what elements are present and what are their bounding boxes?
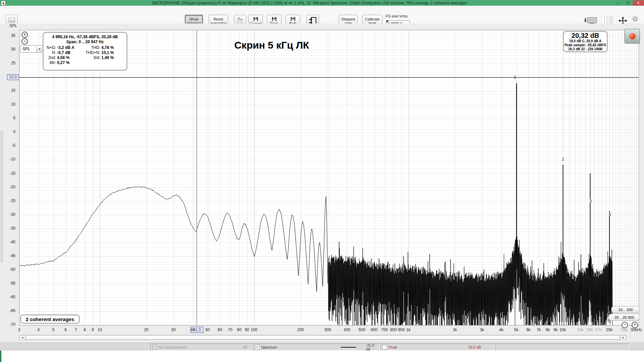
scroll-left-icon[interactable]: ◄ [19,335,25,340]
horizontal-scrollbar[interactable]: ◄ ► [19,335,627,340]
x-tick-label: 4k [499,327,503,332]
x-tick-label: 8 [84,327,86,332]
y-tick-label: 5 [13,116,15,120]
spectrum-line-swatch [341,347,356,348]
level-band: 20,3 dB 22 - 22k UNW [564,47,607,51]
folder-icon [237,17,243,21]
x-tick-label: 10k [559,327,566,332]
y-tick-label: -15 [10,171,15,176]
y-tick-label: 15 [11,88,15,93]
toolbar: Show distortion Reset averaging WAV Curr… [0,6,644,24]
spectrum-value: -31,0 dB [366,343,379,351]
y-tick-label: 30 [11,47,15,52]
x-tick-label: 6 [64,327,67,332]
fs-sine-notch-icon [386,20,389,23]
x-tick-label: 20k [606,327,612,332]
maximize-button[interactable]: ❐ [623,0,633,6]
record-button[interactable] [625,29,640,44]
spectrum-checkbox[interactable]: ✓ [255,345,260,350]
x-tick-label: 80 [237,327,241,332]
app-icon[interactable] [1,1,6,5]
y-tick-label: 35 [11,33,15,38]
harmonic-label-3: 3 [589,199,592,203]
zoom-out-button[interactable]: − [21,38,28,45]
y-tick-label: -5 [12,143,15,148]
y-tick-label: 0 [13,129,15,134]
chevron-down-icon[interactable]: ▼ [36,46,43,52]
no-measurement-unit: dB [243,345,252,349]
x-tick-label: 5 [52,327,55,332]
titlebar: MICROPHONE (Общая громкость) R on Микроф… [0,0,644,6]
y-tick-label: -55 [10,281,15,286]
no-measurement-label: No measurement [159,345,187,349]
x-tick-label: 10 [98,327,102,332]
x-tick-label: 800 [390,327,397,332]
range-button-20-20000[interactable]: 20 .. 20 000 [608,314,640,321]
x-tick-label: 600 [371,327,377,332]
level-readout-box: 20,32 dB 19,0 dB C, 20,9 dB A Peak sampl… [563,31,608,52]
x-tick-label: 17k [595,327,601,332]
level-weighted: 19,0 dB C, 20,9 dB A [564,39,607,43]
x-tick-label: 1k [406,327,411,332]
x-tick-label: 400 [343,327,350,332]
harmonic-label-4: 4 [609,212,611,217]
spectrum-panel: ✓ Spectrum -31,0 dB [253,344,380,351]
x-tick-label: 9k [553,327,558,332]
gear-icon[interactable]: ⚙ [632,15,638,23]
x-tick-label: 2k [453,327,457,332]
span-readout: Span: 0 .. 20 947 Hz [46,40,124,44]
x-tick-label: 900 [398,327,405,332]
y-tick-label: -45 [10,253,15,258]
y-axis: 353025151050-5-10-15-20-25-30-35-40-45-5… [0,23,19,343]
x-tick-label: 30 [171,327,175,332]
x-axis: 42,3 34567891020304050607080901002003004… [0,327,644,334]
cursor-info-box: 4 995,16 Hz, -57,36 dBFS, 20,28 dB Span:… [43,32,127,71]
x-tick-label: 300 [324,327,331,332]
x-tick-label: 70 [228,327,232,332]
close-button[interactable]: ✕ [633,0,644,6]
y-tick-label: -50 [10,267,15,272]
harmonic-label-1: 1 [514,75,516,79]
peak-sample: Peak sample: -55,82 dBFS [564,43,607,47]
cursor-readout: 4 995,16 Hz, -57,36 dBFS, 20,28 dB [46,35,124,39]
x-tick-label: 500 [359,327,365,332]
no-measurement-panel: ✓ No measurement dB [150,344,252,351]
minimize-button[interactable]: — [614,0,623,6]
x-tick-label: 30kHz [631,327,642,332]
x-tick-label: 7 [75,327,77,332]
spl-combobox[interactable]: SPL ▼ [20,45,43,53]
statusbar: ✓ No measurement dB ✓ Spectrum -31,0 dB … [0,343,644,351]
application-window: MICROPHONE (Общая громкость) R on Микроф… [0,0,644,362]
x-tick-label: 8k [546,327,550,332]
x-tick-label: 25k [621,327,627,332]
y-tick-label: 10 [11,102,15,107]
x-tick-label: 60 [218,327,222,332]
spl-combobox-value: SPL [20,47,36,51]
peak-checkbox[interactable] [382,345,387,350]
floppy-icon [291,17,295,21]
spectrum-label: Spectrum [261,345,277,349]
spectrum-plot[interactable]: 1234 + − [19,30,639,325]
x-tick-label: 700 [381,327,388,332]
zoom-in-button[interactable]: + [21,32,28,38]
range-button-10-200[interactable]: 10 .. 200 [611,306,640,313]
no-measurement-checkbox[interactable]: ✓ [152,345,157,350]
y-cursor-label: 20,0 [7,74,18,80]
spectrum-chart: 1234 [19,30,639,325]
plot-title: Скрин 5 кГц ЛК [228,40,315,51]
scroll-right-icon[interactable]: ► [620,335,626,340]
picture-icon [8,17,15,23]
floppy-icon [272,17,276,21]
record-icon [630,34,635,39]
y-tick-label: -20 [10,185,15,189]
x-tick-label: 6k [526,327,531,332]
scrollbar-thumb[interactable] [26,335,620,340]
workspace: SPL 1234 + − SPL ▼ 4 995,16 Hz, -57,36 d… [0,23,644,343]
y-tick-label: 25 [11,61,15,65]
y-tick-label: -35 [10,226,15,231]
window-title: MICROPHONE (Общая громкость) R on Микроф… [6,1,614,5]
y-tick-label: -40 [10,240,15,244]
x-tick-label: 4 [37,327,40,332]
floppy-icon [254,17,258,21]
y-tick-label: -30 [10,212,15,217]
